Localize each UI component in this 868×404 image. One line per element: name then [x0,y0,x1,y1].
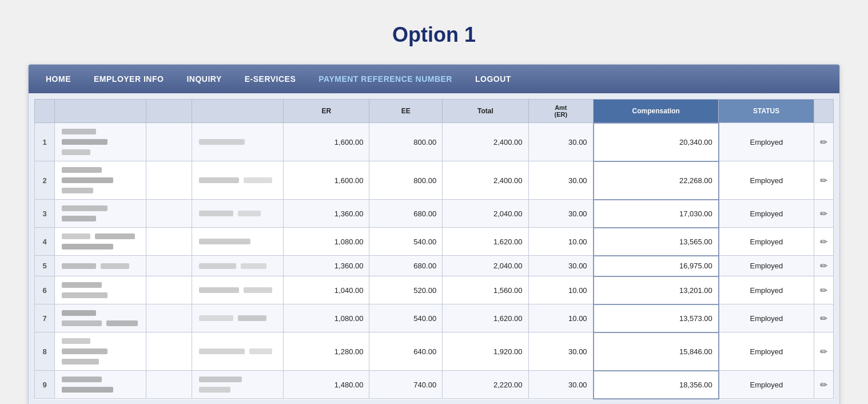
total-value: 2,220.00 [443,371,528,399]
total-value: 2,040.00 [443,200,528,228]
er-value: 1,480.00 [284,371,369,399]
total-value: 1,920.00 [443,332,528,371]
col-status: STATUS [719,100,814,123]
blurred-name [55,276,146,304]
col-compensation: Compensation [594,100,719,123]
ee-value: 680.00 [369,200,443,228]
amt-er-value: 30.00 [528,123,594,161]
ee-value: 540.00 [369,304,443,332]
table-row: 71,080.00540.001,620.0010.0013,573.00Emp… [35,304,834,332]
blurred-field2 [146,228,192,256]
blurred-name [55,371,146,399]
compensation-value[interactable]: 15,846.00 [594,332,719,371]
nav-eservices[interactable]: E-SERVICES [245,72,296,86]
blurred-field3 [192,256,284,276]
main-container: HOME EMPLOYER INFO INQUIRY E-SERVICES PA… [28,64,840,404]
ee-value: 520.00 [369,276,443,304]
col-edit [814,100,834,123]
er-value: 1,600.00 [284,123,369,161]
ee-value: 640.00 [369,332,443,371]
amt-er-value: 30.00 [528,371,594,399]
nav-inquiry[interactable]: INQUIRY [186,72,221,86]
blurred-field2 [146,256,192,276]
amt-er-value: 30.00 [528,332,594,371]
row-number: 1 [35,123,55,161]
table-row: 31,360.00680.002,040.0030.0017,030.00Emp… [35,200,834,228]
row-number: 7 [35,304,55,332]
data-table: ER EE Total Amt(ER) Compensation STATUS … [34,99,834,399]
blurred-field2 [146,304,192,332]
compensation-value[interactable]: 22,268.00 [594,161,719,200]
blurred-field2 [146,332,192,371]
ee-value: 800.00 [369,123,443,161]
compensation-value[interactable]: 17,030.00 [594,200,719,228]
amt-er-value: 30.00 [528,200,594,228]
row-number: 6 [35,276,55,304]
edit-button[interactable]: ✏ [814,161,834,200]
table-row: 91,480.00740.002,220.0030.0018,356.00Emp… [35,371,834,399]
row-number: 9 [35,371,55,399]
nav-employer-info[interactable]: EMPLOYER INFO [94,72,164,86]
edit-button[interactable]: ✏ [814,200,834,228]
status-value: Employed [719,332,814,371]
er-value: 1,360.00 [284,200,369,228]
edit-button[interactable]: ✏ [814,256,834,276]
table-row: 61,040.00520.001,560.0010.0013,201.00Emp… [35,276,834,304]
status-value: Employed [719,371,814,399]
col-field2 [146,100,192,123]
nav-logout[interactable]: LOGOUT [475,72,511,86]
col-field3 [192,100,284,123]
row-number: 3 [35,200,55,228]
total-value: 2,400.00 [443,161,528,200]
row-number: 2 [35,161,55,200]
blurred-field2 [146,276,192,304]
edit-button[interactable]: ✏ [814,371,834,399]
blurred-field3 [192,371,284,399]
total-value: 2,400.00 [443,123,528,161]
edit-button[interactable]: ✏ [814,228,834,256]
blurred-field2 [146,371,192,399]
amt-er-value: 10.00 [528,276,594,304]
blurred-field3 [192,332,284,371]
blurred-name [55,304,146,332]
blurred-field3 [192,304,284,332]
nav-payment-ref[interactable]: PAYMENT REFERENCE NUMBER [318,72,452,86]
compensation-value[interactable]: 16,975.00 [594,256,719,276]
col-field1 [55,100,146,123]
edit-button[interactable]: ✏ [814,304,834,332]
amt-er-value: 10.00 [528,228,594,256]
er-value: 1,040.00 [284,276,369,304]
edit-button[interactable]: ✏ [814,276,834,304]
er-value: 1,600.00 [284,161,369,200]
compensation-value[interactable]: 13,201.00 [594,276,719,304]
blurred-field2 [146,123,192,161]
compensation-value[interactable]: 20,340.00 [594,123,719,161]
blurred-name [55,200,146,228]
col-num [35,100,55,123]
amt-er-value: 10.00 [528,304,594,332]
total-value: 2,040.00 [443,256,528,276]
compensation-value[interactable]: 13,573.00 [594,304,719,332]
total-value: 1,620.00 [443,304,528,332]
compensation-value[interactable]: 13,565.00 [594,228,719,256]
blurred-name [55,228,146,256]
col-amt-er: Amt(ER) [528,100,594,123]
blurred-name [55,256,146,276]
row-number: 8 [35,332,55,371]
blurred-name [55,161,146,200]
status-value: Employed [719,256,814,276]
row-number: 5 [35,256,55,276]
edit-button[interactable]: ✏ [814,123,834,161]
nav-bar: HOME EMPLOYER INFO INQUIRY E-SERVICES PA… [29,65,839,93]
blurred-field3 [192,123,284,161]
table-header-row: ER EE Total Amt(ER) Compensation STATUS [35,100,834,123]
status-value: Employed [719,200,814,228]
blurred-field2 [146,161,192,200]
nav-home[interactable]: HOME [46,72,71,86]
edit-button[interactable]: ✏ [814,332,834,371]
table-row: 41,080.00540.001,620.0010.0013,565.00Emp… [35,228,834,256]
ee-value: 800.00 [369,161,443,200]
row-number: 4 [35,228,55,256]
blurred-field3 [192,276,284,304]
compensation-value[interactable]: 18,356.00 [594,371,719,399]
